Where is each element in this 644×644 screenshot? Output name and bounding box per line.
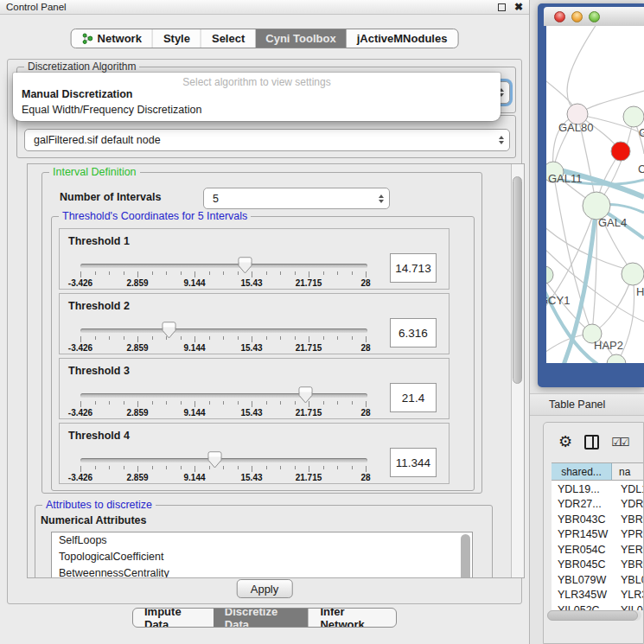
cell-name[interactable]: YPR1 xyxy=(612,527,643,543)
threshold-value-field[interactable]: 6.316 xyxy=(390,318,437,348)
slider-track[interactable] xyxy=(80,264,367,268)
column-header-shared[interactable]: shared... xyxy=(552,463,612,480)
table-row[interactable]: YIL052CYIL0 xyxy=(552,603,643,610)
select-columns-icon[interactable]: ☑☑ xyxy=(611,436,628,449)
gear-icon[interactable]: ⚙ xyxy=(558,434,572,450)
cell-shared-name[interactable]: YLR345W xyxy=(552,588,612,603)
bottom-tab-impute-data[interactable]: Impute Data xyxy=(133,609,214,627)
tab-select[interactable]: Select xyxy=(201,29,255,48)
table-data-groupbox: Table Data galFiltered.sif default node xyxy=(16,115,516,158)
table-row[interactable]: YDR27...YDR2 xyxy=(552,497,643,513)
threshold-panel: Threshold 4 -3.4262.8599.14415.4321.7152… xyxy=(59,423,450,484)
cell-name[interactable]: YDR2 xyxy=(612,497,643,513)
table-row[interactable]: YBR045CYBR0 xyxy=(552,558,643,573)
slider-handle[interactable] xyxy=(162,322,176,339)
attribute-list-item[interactable]: BetweennessCentrality xyxy=(52,565,472,578)
attributes-list[interactable]: SelfLoopsTopologicalCoefficientBetweenne… xyxy=(51,532,473,578)
network-icon xyxy=(82,33,93,44)
tick-label: 28 xyxy=(360,278,370,288)
network-node[interactable] xyxy=(623,106,644,127)
cell-shared-name[interactable]: YPR145W xyxy=(552,527,612,543)
zoom-traffic-light-icon[interactable] xyxy=(589,11,600,22)
network-node[interactable] xyxy=(546,266,553,284)
table-row[interactable]: YBR043CYBR0 xyxy=(552,512,643,527)
tick-label: 21.715 xyxy=(296,278,322,288)
slider-track[interactable] xyxy=(80,393,367,398)
scrollbar-thumb[interactable] xyxy=(513,176,522,384)
attributes-groupbox: Attributes to discretize Numerical Attri… xyxy=(35,505,493,578)
close-icon[interactable]: ✖ xyxy=(514,3,523,11)
network-canvas[interactable]: GAL80GGAL11CGAL4GCY1HHAP2 xyxy=(546,26,644,363)
close-traffic-light-icon[interactable] xyxy=(554,11,565,22)
table-panel-toolbar: ⚙ ☑☑ xyxy=(544,423,643,461)
slider-handle[interactable] xyxy=(238,257,252,274)
table-row[interactable]: YER054CYER0 xyxy=(552,542,643,558)
slider-ticks xyxy=(80,401,367,408)
columns-icon[interactable] xyxy=(584,435,599,450)
attribute-list-item[interactable]: SelfLoops xyxy=(52,532,472,549)
slider-tick-labels: -3.4262.8599.14415.4321.71528 xyxy=(80,473,367,482)
tab-label: Select xyxy=(212,32,245,45)
minimize-traffic-light-icon[interactable] xyxy=(571,11,583,22)
attributes-list-scrollbar[interactable] xyxy=(461,534,470,578)
cell-shared-name[interactable]: YBL079W xyxy=(552,572,612,588)
slider-track[interactable] xyxy=(80,458,367,462)
table-data-combobox[interactable]: galFiltered.sif default node xyxy=(24,129,510,151)
cell-shared-name[interactable]: YDR27... xyxy=(552,497,612,513)
settings-vertical-scrollbar[interactable] xyxy=(511,164,524,577)
tick-label: -3.426 xyxy=(68,343,92,353)
cell-name[interactable]: YBL0 xyxy=(612,572,643,588)
threshold-value-field[interactable]: 11.344 xyxy=(390,448,437,477)
threshold-value-field[interactable]: 21.4 xyxy=(390,383,437,412)
slider-track[interactable] xyxy=(80,328,367,333)
tab-cyni-toolbox[interactable]: Cyni Toolbox xyxy=(255,29,346,48)
column-header-name[interactable]: na xyxy=(612,463,643,480)
cell-name[interactable]: YIL0 xyxy=(612,603,643,610)
cell-name[interactable]: YLR3 xyxy=(612,588,643,603)
table-row[interactable]: YPR145WYPR1 xyxy=(552,527,643,543)
cell-shared-name[interactable]: YBR045C xyxy=(552,558,612,573)
apply-button[interactable]: Apply xyxy=(237,579,293,598)
bottom-tab-infer-network[interactable]: Infer Network xyxy=(308,609,396,627)
attribute-list-item[interactable]: TopologicalCoefficient xyxy=(52,549,472,565)
bottom-tab-discretize-data[interactable]: Discretize Data xyxy=(214,609,309,627)
table-row[interactable]: YBL079WYBL0 xyxy=(552,572,643,588)
control-panel-tabbar: NetworkStyleSelectCyni ToolboxjActiveMNo… xyxy=(71,29,459,48)
cell-name[interactable]: YBR0 xyxy=(612,512,643,527)
cell-shared-name[interactable]: YER054C xyxy=(552,542,612,558)
tab-network[interactable]: Network xyxy=(72,29,153,48)
network-node-label: GAL4 xyxy=(598,216,627,229)
dropdown-option[interactable]: Manual Discretization xyxy=(13,87,501,103)
slider-tick-labels: -3.4262.8599.14415.4321.71528 xyxy=(80,343,367,353)
network-edge[interactable] xyxy=(567,26,598,114)
slider-handle[interactable] xyxy=(298,386,313,404)
network-node[interactable] xyxy=(611,142,630,161)
cell-shared-name[interactable]: YDL19... xyxy=(552,481,612,497)
table-row[interactable]: YLR345WYLR3 xyxy=(552,588,643,603)
tab-style[interactable]: Style xyxy=(153,29,201,48)
tick-label: 21.715 xyxy=(296,343,322,353)
threshold-value-field[interactable]: 14.713 xyxy=(390,253,437,283)
float-window-icon[interactable] xyxy=(498,3,506,11)
tab-label: Style xyxy=(163,32,190,45)
slider-handle[interactable] xyxy=(207,451,222,469)
table-panel-title: Table Panel xyxy=(549,399,605,411)
table-data-combobox-value: galFiltered.sif default node xyxy=(34,134,161,146)
slider-ticks xyxy=(80,336,367,343)
scrollbar-thumb[interactable] xyxy=(547,610,638,621)
cell-name[interactable]: YBR0 xyxy=(612,558,643,573)
network-node[interactable] xyxy=(607,354,626,363)
tab-jactivemnodules[interactable]: jActiveMNodules xyxy=(347,29,458,48)
cell-shared-name[interactable]: YBR043C xyxy=(552,512,612,527)
network-view-window: GAL80GGAL11CGAL4GCY1HHAP2 xyxy=(538,3,644,387)
table-horizontal-scrollbar[interactable] xyxy=(547,610,641,621)
cell-name[interactable]: YER0 xyxy=(612,542,643,558)
tick-label: 21.715 xyxy=(296,408,322,418)
num-intervals-value: 5 xyxy=(213,193,219,205)
table-row[interactable]: YDL19...YDL1 xyxy=(552,481,643,497)
num-intervals-combobox[interactable]: 5 xyxy=(203,188,390,209)
network-node[interactable] xyxy=(622,263,644,285)
dropdown-option[interactable]: Equal Width/Frequency Discretization xyxy=(13,103,501,118)
cell-shared-name[interactable]: YIL052C xyxy=(552,603,612,610)
cell-name[interactable]: YDL1 xyxy=(612,481,643,497)
